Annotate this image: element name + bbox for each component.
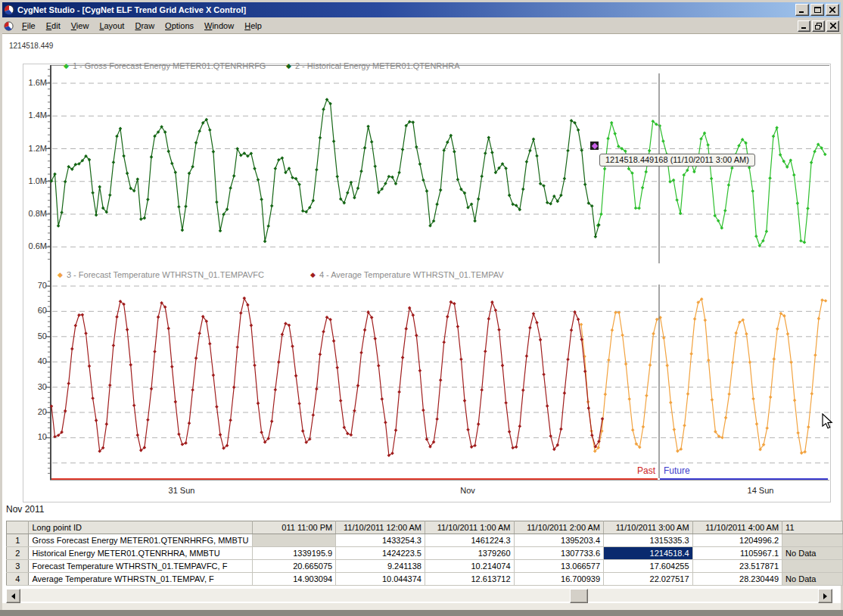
grid-column-header[interactable]: 011 11:00 PM	[252, 521, 336, 534]
value-cell[interactable]: No Data	[782, 573, 843, 586]
grid-column-header[interactable]: 11	[782, 521, 843, 534]
row-header[interactable]: 1	[7, 534, 29, 547]
value-cell[interactable]: 1315335.3	[604, 534, 693, 547]
grid-corner-cell	[7, 521, 29, 534]
mdi-minimize-button[interactable]	[798, 20, 810, 32]
bottom-spacer	[2, 603, 841, 610]
scroll-left-button[interactable]	[6, 589, 20, 603]
data-grid: Long point ID011 11:00 PM11/10/2011 12:0…	[6, 521, 843, 586]
value-cell[interactable]: 1379260	[425, 547, 514, 560]
value-cell[interactable]: 1461224.3	[425, 534, 514, 547]
menu-bar: FileEditViewLayoutDrawOptionsWindowHelp	[2, 18, 841, 34]
table-row: 3Forecast Temperature WTHRSTN_01.TEMPAVF…	[7, 560, 843, 573]
minimize-button[interactable]	[795, 4, 809, 16]
value-cell[interactable]: 1395203.4	[514, 534, 604, 547]
grid-column-header[interactable]: Long point ID	[29, 521, 252, 534]
value-cell[interactable]: 10.044374	[336, 573, 425, 586]
value-cell[interactable]: 1307733.6	[514, 547, 604, 560]
long-point-id-cell[interactable]: Historical Energy METER01.QTENRHRA, MMBT…	[29, 547, 252, 560]
value-cell[interactable]: 1214518.4	[604, 547, 693, 560]
value-cell[interactable]	[782, 560, 843, 573]
table-row: 4Average Temperature WTHRSTN_01.TEMPAV, …	[7, 573, 843, 586]
value-cell[interactable]: 28.230449	[692, 573, 782, 586]
value-cell[interactable]: 9.241138	[336, 560, 425, 573]
menu-help[interactable]: Help	[239, 20, 267, 32]
menu-edit[interactable]: Edit	[41, 20, 66, 32]
grid-column-header[interactable]: 11/10/2011 4:00 AM	[692, 521, 782, 534]
value-cell[interactable]: 17.604255	[604, 560, 693, 573]
scroll-right-button[interactable]	[818, 589, 832, 603]
maximize-button[interactable]	[810, 4, 824, 16]
title-bar: CygNet Studio - [CygNet ELF Trend Grid A…	[2, 2, 841, 17]
right-arrow-icon	[823, 593, 830, 599]
value-cell[interactable]: 16.700939	[514, 573, 604, 586]
long-point-id-cell[interactable]: Average Temperature WTHRSTN_01.TEMPAV, F	[29, 573, 252, 586]
mdi-restore-button[interactable]	[812, 20, 825, 32]
value-cell[interactable]: 1433254.3	[336, 534, 425, 547]
grid-column-header[interactable]: 11/10/2011 1:00 AM	[425, 521, 514, 534]
value-cell[interactable]: No Data	[782, 547, 843, 560]
table-row: 1Gross Forecast Energy METER01.QTENRHRFG…	[7, 534, 843, 547]
window-bottom-edge	[0, 610, 843, 616]
trend-chart[interactable]	[0, 38, 843, 511]
value-cell[interactable]: 12.613712	[425, 573, 514, 586]
table-row: 2Historical Energy METER01.QTENRHRA, MMB…	[7, 547, 843, 560]
mdi-close-button[interactable]	[826, 20, 839, 32]
value-cell[interactable]: 23.517871	[692, 560, 782, 573]
menu-window[interactable]: Window	[199, 20, 239, 32]
value-cell[interactable]: 1105967.1	[692, 547, 782, 560]
grid-column-header[interactable]: 11/10/2011 3:00 AM	[604, 521, 693, 534]
long-point-id-cell[interactable]: Gross Forecast Energy METER01.QTENRHRFG,…	[29, 534, 252, 547]
value-cell[interactable]: 13.066577	[514, 560, 604, 573]
row-header[interactable]: 4	[7, 573, 29, 586]
row-header[interactable]: 3	[7, 560, 29, 573]
menu-draw[interactable]: Draw	[129, 20, 160, 32]
value-cell[interactable]: 1204996.2	[692, 534, 782, 547]
menu-options[interactable]: Options	[160, 20, 199, 32]
long-point-id-cell[interactable]: Forecast Temperature WTHRSTN_01.TEMPAVFC…	[29, 560, 252, 573]
value-cell[interactable]: 1424223.5	[336, 547, 425, 560]
window-title: CygNet Studio - [CygNet ELF Trend Grid A…	[17, 5, 246, 14]
grid-column-header[interactable]: 11/10/2011 2:00 AM	[514, 521, 604, 534]
value-cell[interactable]: 22.027517	[604, 573, 693, 586]
mouse-cursor	[822, 413, 834, 430]
value-cell[interactable]	[252, 534, 336, 547]
horizontal-scrollbar[interactable]	[6, 589, 832, 602]
grid-column-header[interactable]: 11/10/2011 12:00 AM	[336, 521, 425, 534]
menu-file[interactable]: File	[17, 20, 41, 32]
app-icon	[4, 5, 14, 15]
row-header[interactable]: 2	[7, 547, 29, 560]
close-button[interactable]	[826, 4, 839, 16]
value-cell[interactable]	[782, 534, 843, 547]
menu-view[interactable]: View	[66, 20, 95, 32]
value-cell[interactable]: 20.665075	[252, 560, 336, 573]
menu-layout[interactable]: Layout	[94, 20, 129, 32]
document-icon[interactable]	[4, 21, 14, 31]
value-cell[interactable]: 14.903094	[252, 573, 336, 586]
left-arrow-icon	[8, 593, 15, 599]
value-cell[interactable]: 1339195.9	[252, 547, 336, 560]
scrollbar-thumb[interactable]	[570, 589, 588, 603]
value-cell[interactable]: 10.214074	[425, 560, 514, 573]
